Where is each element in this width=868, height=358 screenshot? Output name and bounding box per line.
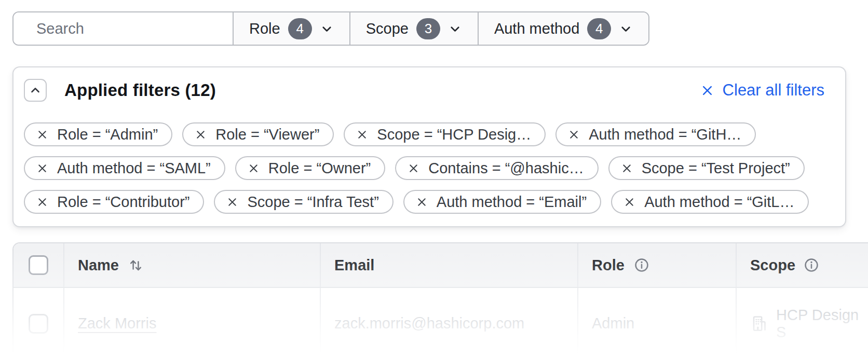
filter-chip[interactable]: Scope = “HCP Desig… — [344, 122, 546, 146]
column-header-name-label: Name — [78, 257, 119, 274]
filter-bar: Role 4 Scope 3 Auth method 4 — [12, 11, 649, 46]
chevron-down-icon — [619, 22, 633, 36]
search-input[interactable] — [36, 20, 232, 37]
info-icon[interactable] — [633, 257, 650, 273]
filter-chip-row: Role = “Contributor” Scope = “Infra Test… — [24, 190, 824, 214]
column-header-role: Role — [577, 243, 736, 287]
column-header-email-label: Email — [334, 257, 374, 274]
filter-chip[interactable]: Auth method = “GitH… — [555, 122, 756, 146]
remove-filter-icon — [621, 162, 633, 174]
close-icon — [700, 84, 714, 98]
collapse-filters-button[interactable] — [24, 79, 47, 102]
organization-icon — [750, 314, 768, 333]
column-header-name[interactable]: Name — [63, 243, 320, 287]
filter-chip[interactable]: Role = “Admin” — [24, 122, 172, 146]
user-role: Admin — [592, 315, 634, 332]
filter-chip[interactable]: Scope = “Test Project” — [608, 156, 805, 180]
filter-chip[interactable]: Role = “Owner” — [235, 156, 385, 180]
clear-all-filters-button[interactable]: Clear all filters — [700, 81, 824, 100]
filter-chip[interactable]: Auth method = “Email” — [403, 190, 601, 214]
remove-filter-icon — [416, 196, 428, 208]
filter-chip-label: Auth method = “Email” — [437, 194, 587, 211]
filter-chip-label: Role = “Owner” — [268, 160, 371, 177]
chevron-down-icon — [320, 22, 334, 36]
filter-chip[interactable]: Auth method = “SAML” — [24, 156, 225, 180]
auth-method-filter-label: Auth method — [494, 20, 579, 37]
filter-chips: Role = “Admin” Role = “Viewer” Scope = “… — [24, 122, 824, 214]
users-table: Name Email Role Scope — [12, 242, 868, 358]
filter-chip[interactable]: Role = “Contributor” — [24, 190, 204, 214]
applied-filters-title: Applied filters (12) — [64, 80, 216, 100]
filter-chip-label: Scope = “Test Project” — [642, 160, 790, 177]
filter-chip[interactable]: Scope = “Infra Test” — [214, 190, 393, 214]
remove-filter-icon — [248, 162, 260, 174]
search-box[interactable] — [13, 12, 233, 45]
clear-all-filters-label: Clear all filters — [723, 81, 824, 100]
sort-icon — [128, 257, 144, 273]
column-header-email: Email — [320, 243, 577, 287]
role-filter-count-badge: 4 — [288, 18, 312, 39]
user-name-link[interactable]: Zack Morris — [78, 315, 156, 332]
filter-chip-label: Scope = “HCP Desig… — [377, 126, 531, 143]
filter-chip-row: Role = “Admin” Role = “Viewer” Scope = “… — [24, 122, 824, 146]
remove-filter-icon — [36, 196, 48, 208]
filter-chip-label: Auth method = “GitH… — [589, 126, 741, 143]
remove-filter-icon — [408, 162, 419, 174]
column-header-scope: Scope — [736, 243, 868, 287]
remove-filter-icon — [226, 196, 238, 208]
chevron-down-icon — [448, 22, 462, 36]
row-checkbox[interactable] — [29, 314, 48, 334]
role-filter-dropdown[interactable]: Role 4 — [233, 12, 349, 45]
remove-filter-icon — [356, 129, 368, 141]
filter-chip-label: Role = “Contributor” — [57, 194, 189, 211]
remove-filter-icon — [623, 196, 635, 208]
role-filter-label: Role — [249, 20, 280, 37]
filter-chip[interactable]: Role = “Viewer” — [182, 122, 334, 146]
filter-chip-label: Contains = “@hashic… — [428, 160, 584, 177]
remove-filter-icon — [195, 129, 207, 141]
scope-filter-count-badge: 3 — [416, 18, 440, 39]
scope-cell: HCP Design S — [736, 288, 868, 358]
chevron-up-icon — [29, 84, 42, 97]
scope-filter-label: Scope — [366, 20, 409, 37]
select-all-cell — [13, 243, 63, 287]
auth-method-filter-count-badge: 4 — [587, 18, 611, 39]
table-row: Zack Morris zack.morris@hashicorp.com Ad… — [13, 288, 868, 358]
scope-filter-dropdown[interactable]: Scope 3 — [349, 12, 478, 45]
filter-chip-label: Auth method = “GitL… — [644, 194, 794, 211]
select-all-checkbox[interactable] — [29, 255, 48, 275]
role-cell: Admin — [577, 288, 736, 358]
filter-chip-row: Auth method = “SAML” Role = “Owner” Cont… — [24, 156, 824, 180]
remove-filter-icon — [568, 129, 580, 141]
auth-method-filter-dropdown[interactable]: Auth method 4 — [478, 12, 648, 45]
filter-chip-label: Role = “Viewer” — [215, 126, 319, 143]
info-icon[interactable] — [803, 257, 820, 273]
filter-chip-label: Scope = “Infra Test” — [247, 194, 378, 211]
remove-filter-icon — [36, 129, 48, 141]
filter-chip[interactable]: Contains = “@hashic… — [395, 156, 598, 180]
user-email: zack.morris@hashicorp.com — [334, 315, 524, 332]
table-header-row: Name Email Role Scope — [13, 243, 868, 288]
column-header-role-label: Role — [592, 257, 625, 274]
column-header-scope-label: Scope — [750, 257, 795, 274]
row-select-cell — [13, 288, 63, 358]
user-scope: HCP Design S — [776, 307, 868, 341]
filter-chip[interactable]: Auth method = “GitL… — [611, 190, 809, 214]
name-cell: Zack Morris — [63, 288, 320, 358]
remove-filter-icon — [36, 162, 48, 174]
email-cell: zack.morris@hashicorp.com — [320, 288, 577, 358]
applied-filters-header: Applied filters (12) Clear all filters — [24, 79, 824, 102]
filter-chip-label: Role = “Admin” — [57, 126, 158, 143]
applied-filters-panel: Applied filters (12) Clear all filters R… — [12, 66, 846, 227]
filter-chip-label: Auth method = “SAML” — [57, 160, 211, 177]
